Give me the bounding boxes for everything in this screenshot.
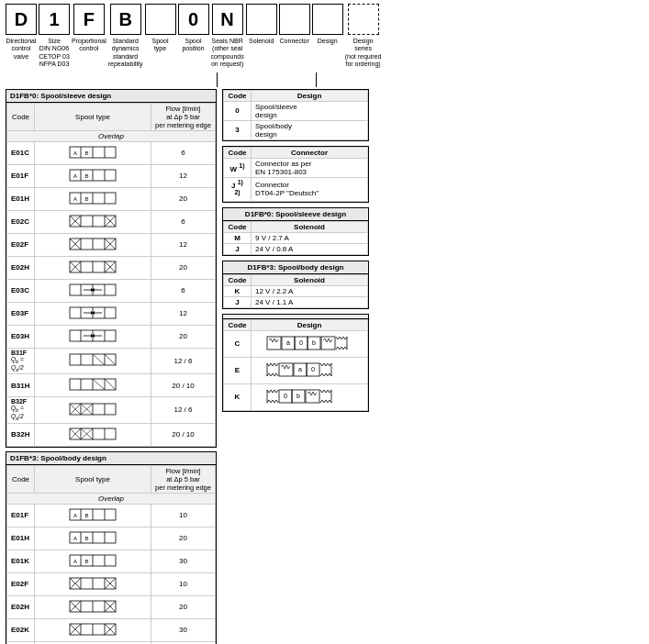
- svg-text:b: b: [312, 339, 316, 346]
- row-flow: 30: [151, 618, 216, 641]
- table-row: E02F: [7, 572, 216, 595]
- solenoid-body-table: D1FB*3: Spool/body design Code Solenoid …: [222, 261, 369, 309]
- code-designseries-wrapper: Designseries(not requiredfor ordering): [345, 4, 382, 69]
- table-row: E01F A B: [7, 164, 216, 187]
- dd-code-E: E: [224, 357, 252, 383]
- svg-text:A: A: [73, 150, 77, 156]
- dd-diagram-C: a 0 b: [252, 330, 368, 357]
- overlap-label: Overlap: [7, 130, 216, 141]
- svg-text:A: A: [73, 196, 77, 202]
- table-row: B31FQb = Qa/2: [7, 348, 216, 374]
- bottom-section: D1FB*0: Spool/sleeve design Code Spool t…: [6, 89, 643, 644]
- table-row: J 24 V / 1.1 A: [224, 296, 368, 307]
- row-symbol: [35, 397, 151, 424]
- code-N-label: Seals NBR(other sealcompoundson request): [211, 38, 244, 69]
- table-row: 3 Spool/bodydesign: [224, 120, 368, 139]
- main-container: D Directionalcontrolvalve 1 SizeDIN NG06…: [0, 0, 649, 644]
- sol0-code-J: J: [224, 243, 252, 254]
- code-design: [312, 4, 343, 35]
- svg-text:a: a: [286, 339, 290, 346]
- spool-symbol-e01h: A B: [69, 189, 117, 207]
- design-e-svg: a 0: [266, 360, 353, 380]
- svg-rect-199: [306, 390, 319, 403]
- svg-rect-178: [267, 337, 281, 350]
- code-spooltype-wrapper: Spooltype: [145, 4, 176, 53]
- code-N: N: [212, 4, 243, 35]
- solenoid-body-info-table: Code Solenoid K 12 V / 2.2 A J 24 V / 1.…: [223, 274, 368, 308]
- row-symbol: A B: [35, 164, 151, 187]
- col-solenoid3: Solenoid: [252, 274, 368, 285]
- table-sleeve: D1FB*0: Spool/sleeve design Code Spool t…: [6, 89, 217, 448]
- code-N-wrapper: N Seals NBR(other sealcompoundson reques…: [211, 4, 244, 69]
- svg-text:a: a: [298, 366, 302, 372]
- code-design-wrapper: Design: [312, 4, 343, 45]
- table-row: E01F A B 1: [7, 504, 216, 527]
- svg-text:0: 0: [299, 339, 303, 346]
- code-solenoid-label: Solenoid: [249, 38, 274, 45]
- connector-lines: [6, 72, 643, 87]
- row-code: E03H: [7, 325, 35, 348]
- spool-symbol-e01f: A B: [69, 166, 117, 184]
- sleeve-table: Code Spool type Flow [l/min]at Δp 5 barp…: [6, 103, 216, 447]
- col-flow-header: Flow [l/min]at Δp 5 barper metering edge: [151, 103, 216, 130]
- svg-marker-49: [92, 288, 95, 292]
- svg-marker-65: [92, 334, 95, 338]
- sol3-code-J: J: [224, 296, 252, 307]
- row-flow: 6: [151, 210, 216, 233]
- row-code: E02H: [7, 256, 35, 279]
- connector-code-J: J 1) 2): [224, 177, 252, 201]
- table-row: E01K A B 3: [7, 550, 216, 572]
- right-column: Code Design 0 Spool/sleevedesign 3 Spool…: [222, 89, 369, 644]
- design-03-table: Code Design 0 Spool/sleevedesign 3 Spool…: [223, 90, 368, 140]
- row-code: E01H: [7, 187, 35, 210]
- solenoid-sleeve-title: D1FB*0: Spool/sleeve design: [223, 208, 368, 221]
- row-code: E01H: [7, 527, 35, 550]
- row-symbol: A B: [35, 141, 151, 164]
- col-design: Design: [252, 90, 368, 101]
- table-row: E02H: [7, 256, 216, 279]
- connector-label-W: Connector as perEN 175301-803: [252, 158, 368, 177]
- code-connector: [279, 4, 310, 35]
- svg-rect-188: [279, 363, 293, 376]
- code-spooltype-label: Spooltype: [152, 38, 169, 53]
- code-D-wrapper: D Directionalcontrolvalve: [6, 4, 37, 61]
- col-code-conn: Code: [224, 147, 252, 158]
- row-flow: 20: [151, 256, 216, 279]
- table-row: E: [224, 357, 368, 383]
- svg-text:0: 0: [284, 393, 287, 399]
- code-0: 0: [178, 4, 209, 35]
- row-symbol: [35, 595, 151, 618]
- svg-text:A: A: [73, 173, 77, 179]
- code-connector-wrapper: Connector: [279, 4, 310, 45]
- col-code-header2: Code: [7, 465, 35, 493]
- spool-symbol-t2-e01f: A B: [69, 505, 117, 524]
- design-diagram-container: Code Design C: [222, 314, 369, 412]
- svg-text:B: B: [84, 173, 88, 179]
- row-symbol: A B: [35, 504, 151, 527]
- table-row: E03C: [7, 279, 216, 302]
- col-connector: Connector: [252, 147, 368, 158]
- connector-code-W: W 1): [224, 158, 252, 177]
- body-table: Code Spool type Flow [l/min]at Δp 5 barp…: [6, 465, 216, 644]
- sol0-code-M: M: [224, 232, 252, 243]
- table-row: C a: [224, 330, 368, 357]
- code-row: D Directionalcontrolvalve 1 SizeDIN NG06…: [6, 4, 643, 69]
- code-D: D: [6, 4, 37, 35]
- row-code: B32H: [7, 423, 35, 446]
- spool-symbol-b31f: [69, 350, 117, 369]
- row-code: E02H: [7, 595, 35, 618]
- row-symbol: [35, 233, 151, 256]
- row-symbol: [35, 302, 151, 325]
- spool-symbol-e03f: [69, 304, 117, 322]
- row-code: E01C: [7, 141, 35, 164]
- table-body: D1FB*3: Spool/body design Code Spool typ…: [6, 451, 217, 644]
- spool-symbol-e03h: [69, 327, 117, 345]
- svg-text:B: B: [84, 559, 88, 564]
- sol0-label-J: 24 V / 0.8 A: [252, 243, 368, 254]
- spool-symbol-b32h: [69, 425, 117, 443]
- table-row: J 1) 2) ConnectorDT04-2P "Deutsch": [224, 177, 368, 201]
- spool-symbol-e02f: [69, 235, 117, 253]
- svg-text:A: A: [73, 513, 77, 518]
- design-c-svg: a 0 b: [266, 333, 353, 353]
- col-code-dd: Code: [224, 319, 252, 330]
